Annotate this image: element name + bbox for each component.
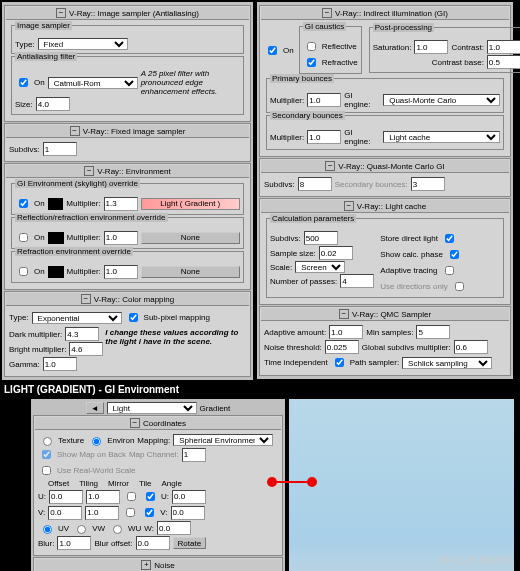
render-preview bbox=[289, 399, 514, 571]
rotate-btn[interactable]: Rotate bbox=[173, 537, 207, 549]
filter-select[interactable]: Catmull-Rom bbox=[48, 77, 138, 89]
slot-name[interactable]: Light bbox=[107, 402, 197, 414]
none-btn[interactable]: None bbox=[141, 232, 240, 244]
env-mult[interactable] bbox=[104, 197, 138, 211]
color-swatch[interactable] bbox=[48, 198, 64, 210]
section-title: LIGHT (GRADIENT) - GI Environment bbox=[0, 382, 520, 397]
size-input[interactable] bbox=[36, 97, 70, 111]
dark-mult[interactable] bbox=[65, 327, 99, 341]
map-button[interactable]: Light ( Gradient ) bbox=[141, 198, 240, 210]
type-select[interactable]: Fixed bbox=[38, 38, 128, 50]
subpx-cb[interactable] bbox=[129, 313, 138, 322]
cmap-type[interactable]: Exponential bbox=[32, 312, 122, 324]
watermark: 脚本之家 教程专区 bbox=[439, 554, 514, 567]
refl-on[interactable] bbox=[19, 233, 28, 242]
rollout-header: −V-Ray:: Image sampler (Antialiasing) bbox=[6, 7, 249, 20]
aa-on[interactable] bbox=[19, 78, 28, 87]
nav-prev[interactable]: ◄ bbox=[86, 402, 104, 414]
gamma[interactable] bbox=[43, 357, 77, 371]
gi-env-on[interactable] bbox=[19, 199, 28, 208]
secondary-engine[interactable]: Light cache bbox=[383, 131, 500, 143]
primary-engine[interactable]: Quasi-Monte Carlo bbox=[383, 94, 500, 106]
subdivs-input[interactable] bbox=[43, 142, 77, 156]
bright-mult[interactable] bbox=[69, 342, 103, 356]
gi-on[interactable] bbox=[268, 46, 277, 55]
